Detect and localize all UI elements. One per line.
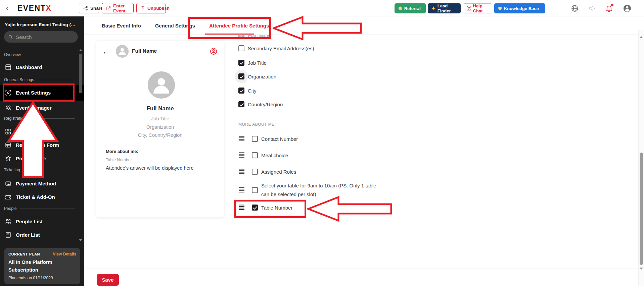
search-input[interactable] bbox=[16, 34, 70, 40]
checkbox-checked[interactable] bbox=[238, 60, 244, 66]
sidebar-item-label: Dashboard bbox=[16, 64, 42, 70]
referral-button[interactable]: ✺ Referral bbox=[395, 3, 426, 13]
field-row-job-title: Job Title bbox=[238, 60, 267, 66]
sidebar-scrollbar-thumb[interactable] bbox=[79, 54, 82, 93]
handshake-icon: ✺ bbox=[398, 6, 402, 11]
external-link-icon bbox=[106, 6, 111, 11]
sidebar-item-order-list[interactable]: Order List bbox=[0, 228, 84, 241]
help-chat-label: Help Chat bbox=[473, 3, 489, 13]
drag-handle-icon[interactable] bbox=[239, 170, 244, 171]
unpublish-button[interactable]: Unpublish bbox=[136, 3, 166, 13]
preview-more-about-me-label: More about me: bbox=[106, 149, 138, 154]
share-icon bbox=[83, 6, 88, 11]
footer-divider bbox=[84, 269, 644, 269]
checkbox-unchecked[interactable] bbox=[252, 169, 258, 175]
back-chevron-icon[interactable]: ‹ bbox=[6, 4, 8, 12]
help-chat-button[interactable]: ? Help Chat bbox=[463, 3, 492, 13]
drag-handle-icon[interactable] bbox=[239, 154, 244, 155]
view-details-link[interactable]: View Details bbox=[53, 252, 76, 256]
unpublish-label: Unpublish bbox=[147, 6, 170, 11]
share-button[interactable]: Share bbox=[79, 3, 99, 13]
scroll-up-icon[interactable] bbox=[640, 36, 643, 38]
logo-text-red: X bbox=[46, 4, 51, 12]
lead-finder-label: Lead Finder bbox=[438, 3, 457, 13]
field-label: Secondary Email Address(es) bbox=[248, 46, 314, 51]
checkbox-unchecked[interactable] bbox=[252, 152, 258, 158]
sidebar-item-label: Order List bbox=[16, 232, 40, 238]
sidebar-item-ticket-addon[interactable]: Ticket & Add-On bbox=[0, 190, 84, 203]
plan-end-date: Plan ends on 01/11/2029 bbox=[8, 276, 76, 280]
preview-organization: Organization bbox=[96, 124, 224, 130]
ticket-icon bbox=[5, 194, 11, 200]
field-row-assigned-roles: Assigned Roles bbox=[239, 169, 296, 175]
field-label: Contact Number bbox=[261, 136, 298, 142]
current-plan-label: CURRENT PLAN bbox=[8, 252, 40, 256]
sidebar-item-people-list[interactable]: People List bbox=[0, 215, 84, 228]
preview-location: City, Country/Region bbox=[96, 132, 224, 138]
annotation-box-table-number bbox=[234, 200, 306, 218]
field-label: Job Title bbox=[248, 60, 267, 66]
notification-dot bbox=[611, 4, 613, 6]
avatar-large bbox=[148, 71, 175, 99]
drag-handle-icon[interactable] bbox=[239, 189, 244, 190]
enter-event-button[interactable]: Enter Event bbox=[102, 3, 134, 13]
checkbox-unchecked[interactable] bbox=[252, 187, 258, 193]
lead-finder-button[interactable]: ✦ Lead Finder bbox=[428, 3, 461, 13]
field-label: Country/Region bbox=[248, 102, 283, 107]
sidebar-item-payment-method[interactable]: Payment Method bbox=[0, 177, 84, 190]
sidebar-item-dashboard[interactable]: Dashboard bbox=[0, 61, 84, 73]
bell-icon[interactable] bbox=[605, 4, 613, 12]
field-row-meal-choice: Meal choice bbox=[239, 152, 288, 158]
section-label-general-settings: General Settings bbox=[4, 77, 75, 82]
field-row-organization: Organization bbox=[238, 73, 276, 79]
preview-full-name: Full Name bbox=[96, 105, 224, 112]
annotation-arrow-up bbox=[7, 101, 59, 178]
tab-basic-event-info[interactable]: Basic Event Info bbox=[102, 23, 141, 28]
checkbox-checked[interactable] bbox=[238, 73, 244, 79]
checkbox-checked[interactable] bbox=[238, 88, 244, 94]
eventx-app: ‹ EVENTX Share Enter Event Unpublish ✺ R… bbox=[0, 0, 644, 286]
share-label: Share bbox=[90, 6, 103, 11]
section-label-people: People bbox=[4, 206, 75, 211]
knowledge-base-label: Knowledge Base bbox=[504, 6, 539, 11]
dashboard-icon bbox=[5, 64, 11, 70]
eventx-logo: EVENTX bbox=[17, 4, 51, 13]
drag-handle-icon[interactable] bbox=[239, 137, 244, 138]
sidebar-scroll-up-icon[interactable] bbox=[79, 49, 82, 51]
checkbox-unchecked[interactable] bbox=[252, 136, 258, 142]
megaphone-icon[interactable] bbox=[588, 4, 596, 12]
globe-icon[interactable] bbox=[571, 4, 579, 12]
annotation-box-event-settings bbox=[3, 83, 75, 102]
scroll-down-icon[interactable] bbox=[640, 268, 643, 270]
event-title: Yujin In-person Event Testing (2... bbox=[5, 22, 76, 27]
field-label: Organization bbox=[248, 74, 276, 79]
field-row-secondary-email: Secondary Email Address(es) bbox=[238, 45, 314, 51]
field-label: City bbox=[248, 88, 257, 94]
search-icon bbox=[8, 35, 13, 40]
main-scrollbar-thumb[interactable] bbox=[640, 153, 643, 265]
question-icon: ? bbox=[467, 6, 471, 11]
checkbox-halo bbox=[235, 70, 248, 83]
save-button[interactable]: Save bbox=[97, 274, 119, 286]
checkbox-checked[interactable] bbox=[238, 101, 244, 107]
checkbox-unchecked[interactable] bbox=[238, 45, 244, 51]
top-header: ‹ EVENTX Share Enter Event Unpublish ✺ R… bbox=[0, 0, 644, 16]
section-label-overview: Overview bbox=[4, 52, 75, 57]
enter-event-label: Enter Event bbox=[113, 3, 129, 13]
unpublish-icon bbox=[141, 6, 145, 10]
sidebar-search[interactable] bbox=[4, 31, 78, 43]
field-row-city: City bbox=[238, 88, 257, 94]
preview-job-title: Job Title bbox=[96, 116, 224, 121]
field-row-contact-number: Contact Number bbox=[239, 136, 298, 142]
preview-header-name: Full Name bbox=[132, 48, 157, 54]
contact-card-icon[interactable] bbox=[210, 48, 217, 55]
field-row-country-region: Country/Region bbox=[238, 101, 283, 107]
avatar-icon[interactable] bbox=[623, 4, 631, 12]
back-arrow-icon[interactable]: ← bbox=[102, 47, 110, 56]
sidebar-item-label: People List bbox=[16, 219, 43, 224]
knowledge-base-button[interactable]: ✹ Knowledge Base bbox=[494, 3, 545, 13]
payment-icon bbox=[5, 180, 11, 187]
plan-name: All In One Platform Subscription bbox=[8, 259, 76, 274]
sidebar-scroll-down-icon[interactable] bbox=[79, 239, 82, 241]
main-scrollbar bbox=[638, 30, 644, 286]
